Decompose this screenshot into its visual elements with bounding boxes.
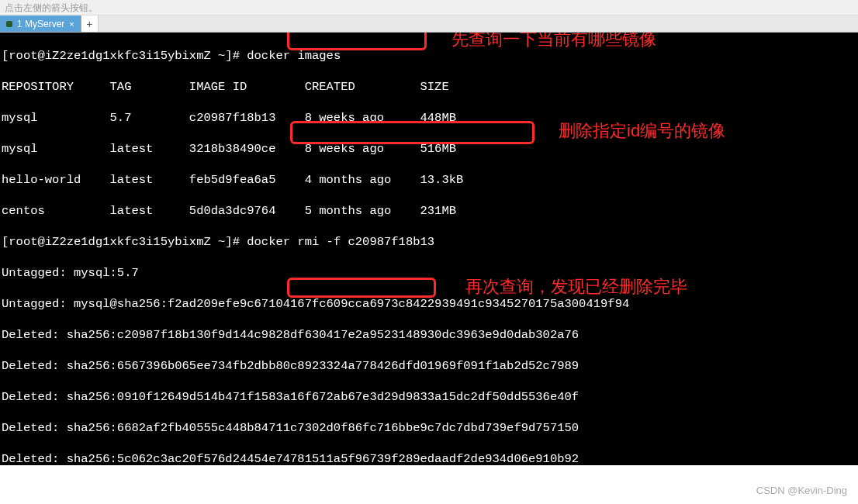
shell-prompt: [root@iZ2ze1dg1xkfc3i15ybixmZ ~]# xyxy=(2,235,247,249)
output-line: Deleted: sha256:0910f12649d514b471f1583a… xyxy=(2,389,856,405)
tab-label: 1 MyServer xyxy=(17,19,64,29)
terminal[interactable]: [root@iZ2ze1dg1xkfc3i15ybixmZ ~]# docker… xyxy=(0,33,858,465)
table-header: REPOSITORY TAG IMAGE ID CREATED SIZE xyxy=(2,79,856,95)
output-line: Deleted: sha256:5c062c3ac20f576d24454e74… xyxy=(2,451,856,465)
table-row: centos latest 5d0da3dc9764 5 months ago … xyxy=(2,203,856,219)
annotation-2: 删除指定id编号的镜像 xyxy=(559,123,725,139)
tab-add-button[interactable]: + xyxy=(81,16,99,32)
output-line: Deleted: sha256:c20987f18b130f9d144c9828… xyxy=(2,327,856,343)
shell-prompt: [root@iZ2ze1dg1xkfc3i15ybixmZ ~]# xyxy=(2,49,247,63)
output-line: Deleted: sha256:6567396b065ee734fb2dbb80… xyxy=(2,358,856,374)
output-line: Untagged: mysql:5.7 xyxy=(2,265,856,281)
highlight-box-3 xyxy=(287,278,436,298)
tab-status-icon xyxy=(6,21,12,27)
tab-myserver[interactable]: 1 MyServer × xyxy=(0,16,81,32)
command-docker-images-1: docker images xyxy=(247,49,341,63)
output-line: Deleted: sha256:6682af2fb40555c448b84711… xyxy=(2,420,856,436)
annotation-3: 再次查询，发现已经删除完毕 xyxy=(465,279,687,295)
tab-bar: 1 MyServer × + xyxy=(0,16,858,33)
annotation-1: 先查询一下当前有哪些镜像 xyxy=(451,33,656,47)
tab-close-icon[interactable]: × xyxy=(69,19,74,29)
output-line: Untagged: mysql@sha256:f2ad209efe9c67104… xyxy=(2,296,856,312)
table-row: mysql 5.7 c20987f18b13 8 weeks ago 448MB xyxy=(2,110,856,126)
table-row: hello-world latest feb5d9fea6a5 4 months… xyxy=(2,172,856,188)
command-docker-rmi: docker rmi -f c20987f18b13 xyxy=(247,235,434,249)
hint-bar: 点击左侧的箭头按钮。 xyxy=(0,0,858,16)
watermark: CSDN @Kevin-Ding xyxy=(756,485,847,496)
table-row: mysql latest 3218b38490ce 8 weeks ago 51… xyxy=(2,141,856,157)
